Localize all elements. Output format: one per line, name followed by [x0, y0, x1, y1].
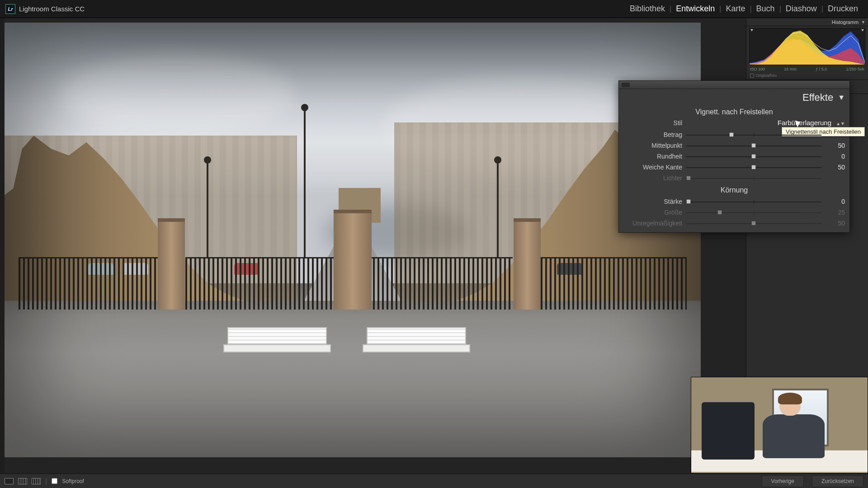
title-bar: Lr Lightroom Classic CC Bibliothek| Entw…: [0, 0, 868, 18]
grain-row-2-label: Unregelmäßigkeit: [623, 220, 682, 227]
grain-section-title: Körnung: [619, 183, 849, 196]
dropdown-arrows-icon: ▲▼: [836, 121, 845, 126]
vignette-style-label: Stil: [623, 119, 682, 127]
vignette-row-2-label: Rundheit: [623, 153, 682, 160]
clip-left-icon: [750, 29, 753, 32]
nav-bibliothek[interactable]: Bibliothek: [625, 4, 670, 14]
histogram-meta: ISO 100 16 mm ƒ / 5,0 1/250 Sek: [746, 65, 868, 73]
vignette-row-4-row-4: Lichter: [619, 173, 849, 183]
vignette-row-3-slider[interactable]: [686, 164, 821, 170]
app-logo-icon: Lr: [5, 4, 15, 14]
meta-focal: 16 mm: [784, 67, 797, 71]
nav-diashow[interactable]: Diashow: [781, 4, 821, 14]
vignette-row-1-label: Mittelpunkt: [623, 142, 682, 149]
vignette-row-0-label: Betrag: [623, 131, 682, 138]
nav-entwickeln[interactable]: Entwickeln: [671, 4, 719, 14]
nav-karte[interactable]: Karte: [721, 4, 750, 14]
effects-title: Effekte: [802, 92, 833, 103]
meta-aperture: ƒ / 5,0: [816, 67, 827, 71]
grain-row-1-slider[interactable]: [686, 209, 821, 216]
meta-iso: ISO 100: [750, 67, 765, 71]
before-after-split-icon[interactable]: [32, 478, 41, 484]
vignette-row-1-value[interactable]: 50: [825, 142, 845, 149]
loupe-view-icon[interactable]: [5, 478, 14, 484]
vignette-row-3-label: Weiche Kante: [623, 164, 682, 171]
vignette-row-1-row-1: Mittelpunkt50: [619, 140, 849, 151]
original-photo-toggle[interactable]: Originalfoto: [746, 73, 868, 80]
vignette-style-value: Farbüberlagerung: [778, 119, 831, 127]
vignette-row-3-row-3: Weiche Kante50: [619, 162, 849, 173]
histogram-chart[interactable]: [749, 28, 865, 65]
grain-row-1-label: Größe: [623, 209, 682, 216]
grain-row-2-slider[interactable]: [686, 220, 821, 226]
preview-image: [5, 23, 701, 457]
clip-right-icon: [861, 29, 864, 32]
vignette-row-2-row-2: Rundheit0: [619, 151, 849, 162]
reset-button[interactable]: Zurücksetzen: [812, 475, 863, 487]
vignette-row-1-slider[interactable]: [686, 142, 821, 149]
previous-button[interactable]: Vorherige: [762, 475, 804, 487]
meta-shutter: 1/250 Sek: [846, 67, 864, 71]
grain-row-0-slider[interactable]: [686, 198, 821, 205]
left-panel-collapsed[interactable]: [0, 18, 5, 474]
nav-drucken[interactable]: Drucken: [823, 4, 863, 14]
chevron-down-icon: ▼: [838, 94, 845, 102]
grain-row-0-value[interactable]: 0: [825, 198, 845, 205]
effects-panel-header[interactable]: Effekte ▼: [619, 89, 849, 105]
nav-buch[interactable]: Buch: [752, 4, 779, 14]
bottom-toolbar: | Softproof Vorherige Zurücksetzen: [0, 474, 868, 488]
webcam-overlay: [691, 377, 868, 474]
module-nav: Bibliothek| Entwickeln| Karte| Buch| Dia…: [625, 4, 863, 14]
grain-row-2-value[interactable]: 50: [825, 220, 845, 227]
vignette-row-4-slider[interactable]: [686, 175, 821, 181]
panel-drag-handle[interactable]: [619, 81, 849, 89]
vignette-style-dropdown[interactable]: Farbüberlagerung ▲▼: [687, 119, 845, 127]
softproof-checkbox[interactable]: [52, 478, 57, 484]
grain-row-1-row-1: Größe25: [619, 207, 849, 218]
grain-row-0-row-0: Stärke0: [619, 196, 849, 207]
chevron-down-icon: ▼: [861, 20, 865, 24]
grain-row-2-row-2: Unregelmäßigkeit50: [619, 218, 849, 229]
vignette-row-4-label: Lichter: [623, 174, 682, 182]
effects-panel[interactable]: Effekte ▼ Vignett. nach Freistellen Stil…: [618, 80, 850, 233]
before-after-icon[interactable]: [18, 478, 27, 484]
vignette-row-2-value[interactable]: 0: [825, 153, 845, 160]
vignette-row-2-slider[interactable]: [686, 153, 821, 160]
panel-toggle-switch[interactable]: [622, 83, 630, 87]
vignette-section-title: Vignett. nach Freistellen: [619, 105, 849, 118]
grain-row-1-value[interactable]: 25: [825, 209, 845, 216]
histogram-title: Histogramm: [832, 19, 859, 25]
checkbox-icon[interactable]: [750, 74, 754, 78]
app-logo: Lr Lightroom Classic CC: [5, 4, 85, 14]
vignette-row-0-slider[interactable]: [686, 131, 821, 138]
original-photo-label: Originalfoto: [756, 73, 777, 78]
softproof-label: Softproof: [62, 478, 84, 484]
vignette-row-3-value[interactable]: 50: [825, 164, 845, 171]
app-name: Lightroom Classic CC: [19, 5, 85, 13]
grain-row-0-label: Stärke: [623, 198, 682, 205]
histogram-header[interactable]: Histogramm ▼: [746, 18, 868, 26]
